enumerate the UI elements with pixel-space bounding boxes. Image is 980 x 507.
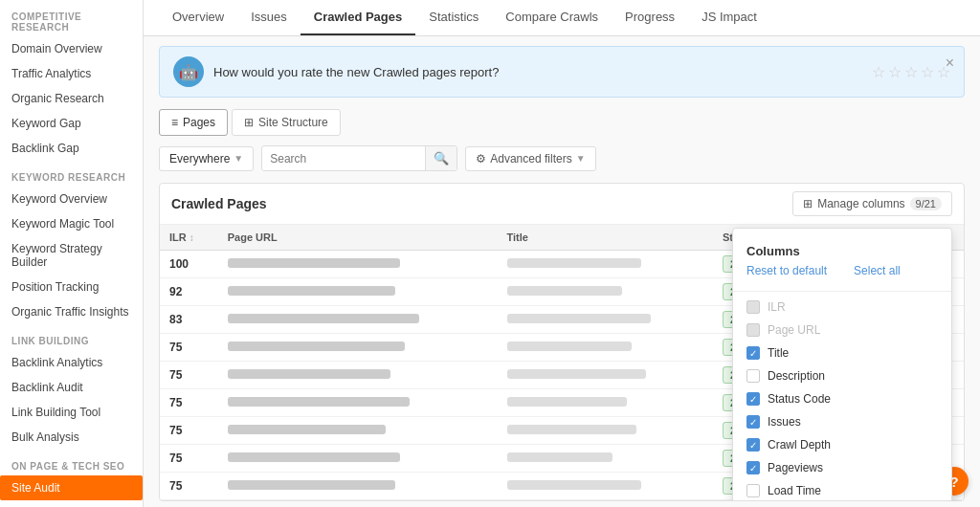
col-item-pageviews[interactable]: ✓ Pageviews	[733, 456, 951, 479]
col-header-page-url: Page URL	[218, 225, 498, 251]
sidebar-item-keyword-magic[interactable]: Keyword Magic Tool	[0, 211, 143, 236]
title-value	[507, 342, 632, 351]
ilr-cell: 75	[160, 389, 218, 417]
col-label-description: Description	[768, 369, 825, 383]
tab-progress[interactable]: Progress	[612, 0, 688, 35]
col-item-page-url[interactable]: Page URL	[733, 319, 951, 342]
checkbox-load-time	[746, 484, 760, 497]
content-inner: 🤖 How would you rate the new Crawled pag…	[144, 36, 980, 507]
col-header-ilr: ILR ↕	[160, 225, 218, 251]
tab-statistics[interactable]: Statistics	[415, 0, 492, 35]
pages-tab-button[interactable]: ≡ Pages	[159, 109, 228, 136]
url-cell	[218, 417, 498, 445]
sidebar-item-backlink-audit[interactable]: Backlink Audit	[0, 375, 143, 400]
table-header-row: Crawled Pages ⊞ Manage columns 9/21 Colu…	[160, 184, 964, 225]
filter-icon: ⚙	[476, 152, 486, 165]
url-cell	[218, 473, 498, 500]
sidebar-item-listing-management[interactable]: Listing Management	[0, 500, 143, 507]
url-value[interactable]	[228, 258, 400, 268]
col-item-title[interactable]: ✓ Title	[733, 342, 951, 364]
star-4[interactable]: ☆	[921, 63, 934, 81]
sidebar-item-domain-overview[interactable]: Domain Overview	[0, 36, 143, 61]
star-2[interactable]: ☆	[888, 63, 902, 81]
location-dropdown[interactable]: Everywhere ▼	[159, 146, 254, 171]
sidebar-item-keyword-overview[interactable]: Keyword Overview	[0, 187, 143, 211]
ilr-cell: 75	[160, 334, 218, 362]
url-value[interactable]	[228, 425, 386, 434]
col-label-issues: Issues	[768, 415, 801, 429]
top-navigation: Overview Issues Crawled Pages Statistics…	[144, 0, 980, 36]
sidebar-item-position-tracking[interactable]: Position Tracking	[0, 275, 143, 299]
manage-columns-button[interactable]: ⊞ Manage columns 9/21	[792, 191, 952, 216]
sidebar-item-backlink-gap[interactable]: Backlink Gap	[0, 136, 143, 161]
table-title: Crawled Pages	[171, 196, 267, 211]
star-3[interactable]: ☆	[904, 63, 918, 81]
search-button[interactable]: 🔍	[425, 146, 457, 170]
sidebar-item-bulk-analysis[interactable]: Bulk Analysis	[0, 425, 143, 450]
sidebar-item-link-building-tool[interactable]: Link Building Tool	[0, 400, 143, 425]
sidebar-item-backlink-analytics[interactable]: Backlink Analytics	[0, 350, 143, 375]
sidebar-item-keyword-strategy[interactable]: Keyword Strategy Builder	[0, 236, 143, 275]
col-label-title: Title	[768, 346, 789, 360]
tab-compare-crawls[interactable]: Compare Crawls	[492, 0, 612, 35]
ilr-cell: 75	[160, 445, 218, 473]
col-header-title: Title	[498, 225, 713, 251]
col-label-crawl-depth: Crawl Depth	[768, 438, 831, 452]
url-value[interactable]	[228, 342, 405, 351]
search-icon: 🔍	[434, 151, 449, 165]
checkbox-page-url	[746, 323, 760, 337]
star-rating: ☆ ☆ ☆ ☆ ☆	[872, 63, 950, 81]
title-cell	[498, 251, 713, 278]
col-label-load-time: Load Time	[768, 484, 821, 497]
url-value[interactable]	[228, 286, 395, 296]
checkbox-status-code: ✓	[746, 392, 760, 406]
sidebar-item-site-audit[interactable]: Site Audit	[0, 475, 143, 500]
col-count-badge: 9/21	[910, 197, 942, 210]
sidebar-item-organic-traffic[interactable]: Organic Traffic Insights	[0, 299, 143, 324]
tab-overview[interactable]: Overview	[159, 0, 237, 35]
tab-js-impact[interactable]: JS Impact	[688, 0, 770, 35]
adv-filter-label: Advanced filters	[490, 152, 571, 165]
url-value[interactable]	[228, 397, 410, 407]
search-box: 🔍	[261, 145, 457, 171]
location-value: Everywhere	[169, 152, 230, 165]
sidebar-section-link-building: Link Building	[0, 324, 143, 350]
col-item-description[interactable]: Description	[733, 364, 951, 387]
title-cell	[498, 389, 713, 417]
advanced-filters-button[interactable]: ⚙ Advanced filters ▼	[465, 146, 595, 171]
url-cell	[218, 362, 498, 389]
title-cell	[498, 473, 713, 500]
url-value[interactable]	[228, 314, 419, 323]
url-value[interactable]	[228, 369, 390, 379]
ilr-cell: 75	[160, 362, 218, 389]
star-1[interactable]: ☆	[872, 63, 885, 81]
title-cell	[498, 306, 713, 334]
url-cell	[218, 251, 498, 278]
tab-crawled-pages[interactable]: Crawled Pages	[301, 0, 416, 35]
col-item-ilr[interactable]: ILR	[733, 296, 951, 319]
sidebar-section-competitive: Competitive Research	[0, 0, 143, 36]
col-item-crawl-depth[interactable]: ✓ Crawl Depth	[733, 433, 951, 456]
title-value	[507, 425, 636, 434]
col-item-load-time[interactable]: Load Time	[733, 479, 951, 501]
url-value[interactable]	[228, 452, 400, 462]
col-item-status-code[interactable]: ✓ Status Code	[733, 387, 951, 410]
dropdown-header: Columns	[733, 236, 951, 262]
sidebar-section-keyword: Keyword Research	[0, 161, 143, 187]
site-structure-tab-button[interactable]: ⊞ Site Structure	[232, 109, 341, 136]
sidebar-section-on-page: On Page & Tech SEO	[0, 450, 143, 475]
sidebar-item-organic-research[interactable]: Organic Research	[0, 86, 143, 111]
tab-issues[interactable]: Issues	[237, 0, 301, 35]
site-structure-tab-label: Site Structure	[258, 116, 328, 129]
search-input[interactable]	[262, 147, 425, 170]
ilr-cell: 92	[160, 278, 218, 306]
sidebar-item-keyword-gap[interactable]: Keyword Gap	[0, 111, 143, 136]
reset-default-link[interactable]: Reset to default	[733, 262, 840, 283]
dropdown-divider	[733, 291, 951, 292]
col-item-issues[interactable]: ✓ Issues	[733, 410, 951, 433]
chevron-down-icon: ▼	[234, 153, 243, 164]
banner-close-button[interactable]: ×	[946, 55, 954, 72]
url-value[interactable]	[228, 480, 395, 490]
select-all-link[interactable]: Select all	[840, 262, 914, 283]
sidebar-item-traffic-analytics[interactable]: Traffic Analytics	[0, 61, 143, 86]
